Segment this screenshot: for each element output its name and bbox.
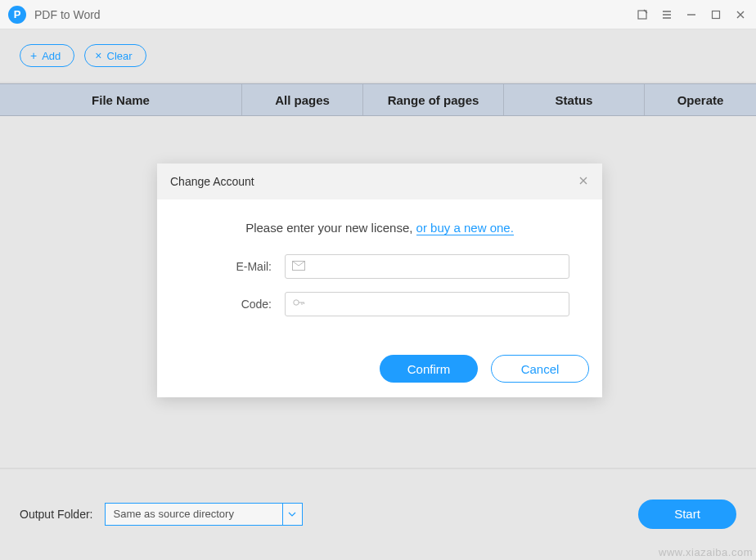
email-input-wrap[interactable] [285, 254, 569, 279]
email-input[interactable] [312, 255, 562, 278]
buy-license-link[interactable]: or buy a new one. [416, 221, 514, 235]
modal-footer: Confirm Cancel [380, 355, 589, 383]
code-input[interactable] [312, 293, 562, 316]
cancel-button[interactable]: Cancel [491, 355, 589, 383]
modal-close-icon[interactable] [578, 175, 589, 189]
code-input-wrap[interactable] [285, 292, 569, 316]
mail-icon [292, 259, 305, 274]
email-label: E-Mail: [190, 260, 285, 273]
code-label: Code: [190, 298, 285, 311]
email-row: E-Mail: [190, 254, 569, 279]
confirm-button[interactable]: Confirm [380, 355, 478, 383]
svg-point-3 [294, 300, 299, 305]
key-icon [292, 297, 305, 311]
code-row: Code: [190, 292, 569, 316]
modal-prompt-text: Please enter your new license, [245, 221, 416, 235]
modal-body: Please enter your new license, or buy a … [157, 199, 602, 316]
modal-title: Change Account [170, 175, 254, 188]
modal-prompt: Please enter your new license, or buy a … [190, 221, 569, 235]
modal-header: Change Account [157, 164, 602, 199]
change-account-modal: Change Account Please enter your new lic… [157, 164, 602, 397]
